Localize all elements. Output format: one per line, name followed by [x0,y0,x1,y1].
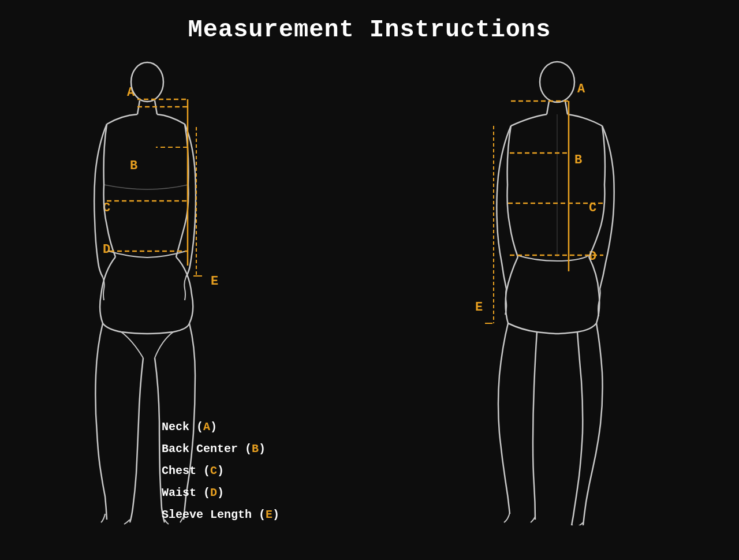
legend-item-waist: Waist (D) [162,484,335,502]
legend-waist-paren: ) [217,486,224,499]
legend-sleeve-label: Sleeve Length ( [162,508,266,521]
legend-sleeve-paren: ) [273,508,279,521]
legend-neck-letter: A [203,420,210,434]
legend-item-sleeve: Sleeve Length (E) [162,506,335,524]
legend-chest-paren: ) [217,464,224,477]
legend-item-back-center: Back Center (B) [162,440,335,458]
svg-point-0 [131,62,163,102]
legend-chest-label: Chest ( [162,464,210,477]
legend-item-neck: Neck (A) [162,419,335,436]
legend-back-letter: B [252,442,259,456]
legend-waist-letter: D [210,486,217,499]
legend-back-paren: ) [259,442,266,456]
legend-chest-letter: C [210,464,217,477]
svg-line-12 [547,101,549,114]
legend: Neck (A) Back Center (B) Chest (C) Waist… [162,419,335,528]
legend-waist-label: Waist ( [162,486,210,499]
page-container: Measurement Instructions A B C D E [0,0,739,560]
legend-neck-paren: ) [210,420,217,434]
legend-sleeve-letter: E [266,508,273,521]
legend-neck-label: Neck ( [162,420,203,434]
page-title: Measurement Instructions [0,0,739,44]
svg-line-13 [565,101,568,114]
male-figure: A B C D E [442,46,719,525]
legend-item-chest: Chest (C) [162,462,335,480]
male-figure-svg [442,46,719,525]
legend-back-label: Back Center ( [162,442,252,456]
svg-point-11 [540,62,574,102]
